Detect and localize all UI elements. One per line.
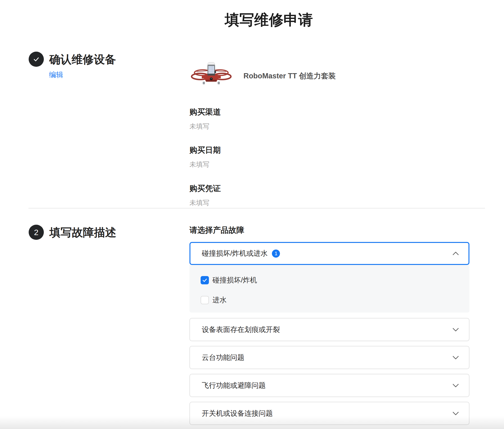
- option-row-water[interactable]: 进水: [201, 295, 227, 305]
- field-value-purchase-channel: 未填写: [189, 122, 209, 131]
- chevron-down-icon: [452, 411, 459, 416]
- option-label-water[interactable]: 进水: [212, 295, 227, 305]
- field-label-purchase-date: 购买日期: [189, 145, 221, 156]
- selected-count-badge: 1: [272, 250, 280, 258]
- step-2-indicator: 2: [29, 225, 44, 240]
- chevron-down-icon: [452, 356, 459, 360]
- check-icon: [202, 277, 208, 283]
- fault-item-label: 开关机或设备连接问题: [202, 409, 273, 418]
- device-image-drone: [191, 62, 232, 86]
- fault-item-label: 碰撞损坏/炸机或进水: [202, 249, 268, 258]
- section-divider: [28, 208, 485, 209]
- field-label-purchase-channel: 购买渠道: [189, 107, 221, 117]
- product-name: RoboMaster TT 创造力套装: [243, 71, 336, 81]
- field-value-purchase-proof: 未填写: [189, 198, 209, 207]
- option-row-crash[interactable]: 碰撞损坏/炸机: [201, 275, 257, 285]
- step-2-title: 填写故障描述: [50, 225, 116, 240]
- step-2-number: 2: [34, 228, 39, 237]
- fault-item-gimbal[interactable]: 云台功能问题: [189, 346, 469, 369]
- fault-section-label: 请选择产品故障: [189, 225, 244, 236]
- fault-item-crash-water[interactable]: 碰撞损坏/炸机或进水 1: [189, 242, 469, 265]
- field-value-purchase-date: 未填写: [189, 160, 209, 169]
- check-icon: [32, 55, 40, 63]
- fault-item-label: 设备表面存在划痕或开裂: [202, 325, 280, 335]
- chevron-down-icon: [452, 384, 459, 388]
- fault-item-label: 云台功能问题: [202, 353, 244, 362]
- field-label-purchase-proof: 购买凭证: [189, 183, 221, 194]
- checkbox-unchecked-icon[interactable]: [201, 296, 209, 304]
- fault-options-panel: 碰撞损坏/炸机 进水: [189, 265, 469, 313]
- chevron-down-icon: [452, 328, 459, 332]
- step-1-title: 确认维修设备: [49, 52, 116, 67]
- step-1-indicator: [29, 52, 44, 67]
- page-title: 填写维修申请: [34, 11, 504, 28]
- fault-item-power-connection[interactable]: 开关机或设备连接问题: [189, 402, 469, 425]
- fault-item-flight[interactable]: 飞行功能或避障问题: [189, 374, 469, 397]
- fault-item-label: 飞行功能或避障问题: [202, 381, 266, 390]
- chevron-up-icon: [452, 251, 459, 255]
- option-label-crash[interactable]: 碰撞损坏/炸机: [212, 275, 257, 285]
- edit-device-link[interactable]: 编辑: [49, 70, 63, 80]
- checkbox-checked-icon[interactable]: [201, 276, 209, 284]
- fault-item-scratches[interactable]: 设备表面存在划痕或开裂: [189, 318, 469, 341]
